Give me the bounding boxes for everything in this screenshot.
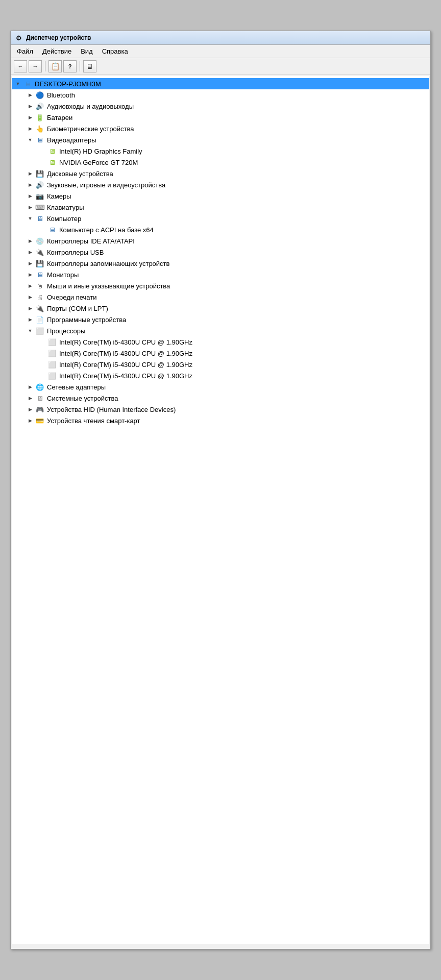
- tree-item-firmware[interactable]: 📄 Программные устройства: [12, 314, 429, 325]
- cpu4-icon: ⬜: [47, 371, 57, 380]
- chevron-root: [14, 80, 22, 88]
- battery-label: Батареи: [47, 114, 72, 121]
- toolbar-separator-1: [45, 61, 45, 71]
- chevron-keyboard: [26, 203, 34, 211]
- display-label: Видеоадаптеры: [47, 136, 96, 144]
- tree-item-biometric[interactable]: 👆 Биометрические устройства: [12, 123, 429, 134]
- disk-icon: 💾: [35, 169, 44, 178]
- tree-item-keyboard[interactable]: ⌨ Клавиатуры: [12, 202, 429, 213]
- chevron-gpu2: [38, 158, 46, 166]
- menu-bar: Файл Действие Вид Справка: [11, 45, 430, 58]
- sound-label: Звуковые, игровые и видеоустройства: [47, 181, 165, 189]
- tree-item-monitor[interactable]: 🖥 Мониторы: [12, 269, 429, 280]
- tree-item-cpu1[interactable]: ⬜ Intel(R) Core(TM) i5-4300U CPU @ 1.90G…: [12, 336, 429, 348]
- tree-item-gpu2[interactable]: 🖥 NVIDIA GeForce GT 720M: [12, 157, 429, 168]
- forward-button[interactable]: →: [29, 60, 42, 72]
- hid-icon: 🎮: [35, 405, 44, 414]
- properties-button[interactable]: 📋: [48, 60, 62, 72]
- title-bar-icon: ⚙: [15, 34, 23, 42]
- chevron-camera: [26, 192, 34, 200]
- chevron-smartcard: [26, 416, 34, 425]
- chevron-battery: [26, 113, 34, 121]
- keyboard-icon: ⌨: [35, 203, 44, 212]
- chevron-bluetooth: [26, 91, 34, 99]
- tree-item-processors[interactable]: ⬜ Процессоры: [12, 325, 429, 336]
- help-button[interactable]: ?: [63, 60, 77, 72]
- tree-item-root[interactable]: 🖥 DESKTOP-PJOMH3M: [12, 78, 429, 89]
- tree-item-sound[interactable]: 🔊 Звуковые, игровые и видеоустройства: [12, 179, 429, 190]
- menu-action[interactable]: Действие: [38, 46, 76, 56]
- chevron-cpu3: [38, 360, 46, 369]
- chevron-display: [26, 136, 34, 144]
- tree-item-network[interactable]: 🌐 Сетевые адаптеры: [12, 381, 429, 393]
- tree-item-cpu4[interactable]: ⬜ Intel(R) Core(TM) i5-4300U CPU @ 1.90G…: [12, 370, 429, 381]
- tree-item-computer[interactable]: 🖥 Компьютер: [12, 213, 429, 224]
- storage-label: Контроллеры запоминающих устройств: [47, 260, 169, 267]
- ports-icon: 🔌: [35, 304, 44, 313]
- tree-item-usb[interactable]: 🔌 Контроллеры USB: [12, 247, 429, 258]
- tree-item-camera[interactable]: 📷 Камеры: [12, 190, 429, 202]
- device-manager-window: ⚙ Диспетчер устройств Файл Действие Вид …: [10, 31, 431, 949]
- tree-item-ports[interactable]: 🔌 Порты (COM и LPT): [12, 303, 429, 314]
- tree-item-storage[interactable]: 💾 Контроллеры запоминающих устройств: [12, 258, 429, 269]
- cpu3-icon: ⬜: [47, 360, 57, 369]
- chevron-biometric: [26, 125, 34, 133]
- tree-item-gpu1[interactable]: 🖥 Intel(R) HD Graphics Family: [12, 145, 429, 157]
- tree-item-system[interactable]: 🖥 Системные устройства: [12, 393, 429, 404]
- chevron-acpi: [38, 226, 46, 234]
- tree-item-print[interactable]: 🖨 Очереди печати: [12, 291, 429, 303]
- device-tree: 🖥 DESKTOP-PJOMH3M 🔵 Bluetooth 🔊 Аудиовхо…: [12, 76, 429, 944]
- computer-label: Компьютер: [47, 215, 81, 223]
- battery-icon: 🔋: [35, 113, 44, 122]
- chevron-cpu2: [38, 349, 46, 357]
- chevron-system: [26, 394, 34, 402]
- tree-item-mouse[interactable]: 🖱 Мыши и иные указывающие устройства: [12, 280, 429, 291]
- menu-file[interactable]: Файл: [13, 46, 37, 56]
- tree-item-display[interactable]: 🖥 Видеоадаптеры: [12, 134, 429, 145]
- back-button[interactable]: ←: [14, 60, 27, 72]
- smartcard-icon: 💳: [35, 416, 44, 425]
- menu-help[interactable]: Справка: [98, 46, 132, 56]
- usb-icon: 🔌: [35, 248, 44, 257]
- storage-icon: 💾: [35, 259, 44, 268]
- bluetooth-icon: 🔵: [35, 90, 44, 100]
- chevron-computer: [26, 214, 34, 223]
- tree-item-hid[interactable]: 🎮 Устройства HID (Human Interface Device…: [12, 404, 429, 415]
- bluetooth-label: Bluetooth: [47, 91, 75, 99]
- tree-item-bluetooth[interactable]: 🔵 Bluetooth: [12, 89, 429, 101]
- root-label: DESKTOP-PJOMH3M: [35, 80, 101, 88]
- scan-button[interactable]: 🖥: [83, 60, 96, 72]
- monitor-icon: 🖥: [35, 270, 44, 279]
- tree-item-audio[interactable]: 🔊 Аудиовходы и аудиовыходы: [12, 101, 429, 112]
- keyboard-label: Клавиатуры: [47, 204, 84, 211]
- cpu3-label: Intel(R) Core(TM) i5-4300U CPU @ 1.90GHz: [59, 361, 192, 369]
- tree-item-acpi[interactable]: 🖥 Компьютер с ACPI на базе x64: [12, 224, 429, 235]
- camera-icon: 📷: [35, 191, 44, 201]
- chevron-processors: [26, 327, 34, 335]
- firmware-label: Программные устройства: [47, 316, 126, 324]
- tree-item-ide[interactable]: 💿 Контроллеры IDE ATA/ATAPI: [12, 235, 429, 247]
- biometric-label: Биометрические устройства: [47, 125, 134, 133]
- system-icon: 🖥: [35, 394, 44, 403]
- chevron-network: [26, 383, 34, 391]
- hid-label: Устройства HID (Human Interface Devices): [47, 406, 176, 413]
- monitor-label: Мониторы: [47, 271, 79, 279]
- tree-item-battery[interactable]: 🔋 Батареи: [12, 112, 429, 123]
- mouse-icon: 🖱: [35, 281, 44, 290]
- audio-label: Аудиовходы и аудиовыходы: [47, 103, 134, 110]
- gpu1-label: Intel(R) HD Graphics Family: [59, 148, 142, 155]
- tree-item-cpu3[interactable]: ⬜ Intel(R) Core(TM) i5-4300U CPU @ 1.90G…: [12, 359, 429, 370]
- toolbar-separator-2: [80, 61, 80, 71]
- menu-view[interactable]: Вид: [77, 46, 97, 56]
- chevron-print: [26, 293, 34, 301]
- biometric-icon: 👆: [35, 124, 44, 133]
- display-icon: 🖥: [35, 135, 44, 144]
- chevron-monitor: [26, 271, 34, 279]
- print-icon: 🖨: [35, 292, 44, 302]
- tree-item-cpu2[interactable]: ⬜ Intel(R) Core(TM) i5-4300U CPU @ 1.90G…: [12, 348, 429, 359]
- computer-category-icon: 🖥: [35, 214, 44, 223]
- title-bar-text: Диспетчер устройств: [26, 34, 91, 41]
- tree-item-disk[interactable]: 💾 Дисковые устройства: [12, 168, 429, 179]
- tree-item-smartcard[interactable]: 💳 Устройства чтения смарт-карт: [12, 415, 429, 426]
- gpu2-label: NVIDIA GeForce GT 720M: [59, 159, 138, 166]
